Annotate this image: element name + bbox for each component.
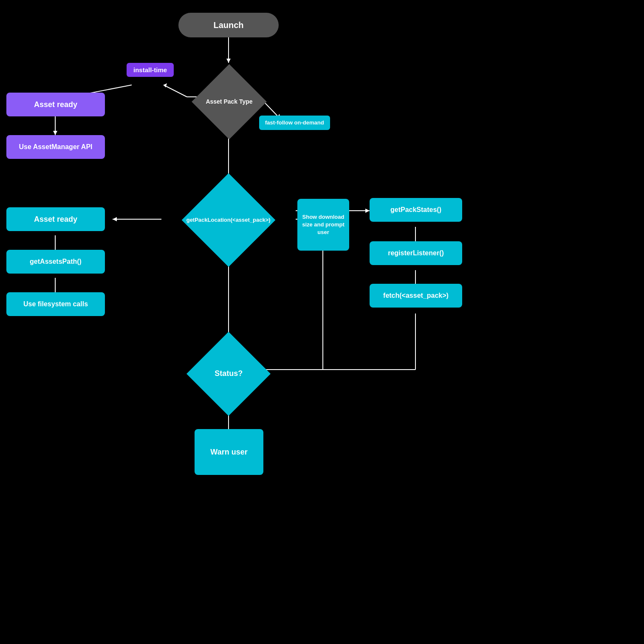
get-pack-states: getPackStates() <box>370 198 462 222</box>
svg-marker-4 <box>164 83 167 88</box>
asset-pack-type-label: Asset Pack Type <box>206 98 252 105</box>
get-pack-location-diamond: getPackLocation(<asset_pack>) <box>149 187 308 253</box>
get-assets-path: getAssetsPath() <box>6 250 105 274</box>
svg-marker-1 <box>226 59 231 63</box>
svg-line-3 <box>164 85 187 97</box>
svg-marker-12 <box>53 131 57 135</box>
status-diamond: Status? <box>187 340 270 408</box>
use-asset-manager: Use AssetManager API <box>6 135 105 159</box>
fast-follow-tag: fast-follow on-demand <box>259 116 330 130</box>
svg-marker-14 <box>113 217 117 221</box>
warn-user: Warn user <box>195 429 263 475</box>
install-time-tag: install-time <box>127 63 174 77</box>
asset-ready-2: Asset ready <box>6 207 105 231</box>
status-label: Status? <box>215 369 243 378</box>
svg-marker-22 <box>365 209 370 213</box>
get-pack-location-label: getPackLocation(<asset_pack>) <box>186 217 271 224</box>
register-listener: registerListener() <box>370 241 462 265</box>
asset-pack-type-diamond: Asset Pack Type <box>191 64 267 139</box>
fetch-asset-pack: fetch(<asset_pack>) <box>370 284 462 308</box>
launch-node: Launch <box>178 13 279 37</box>
asset-ready-1: Asset ready <box>6 93 105 116</box>
show-download-size: Show download size and prompt user <box>297 199 349 251</box>
use-filesystem-calls: Use filesystem calls <box>6 292 105 316</box>
